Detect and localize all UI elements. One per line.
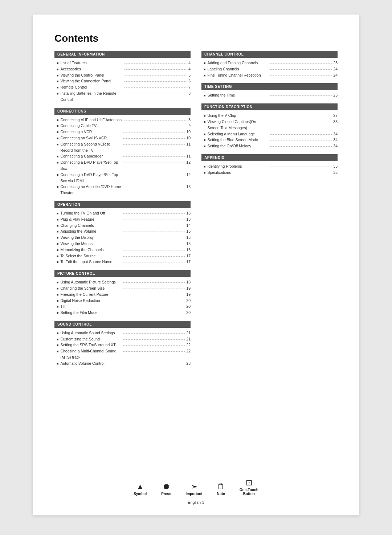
- item-text: Selecting a Menu Language: [207, 131, 269, 137]
- dot-leader: [123, 256, 185, 257]
- list-item: ■Specifications35: [204, 170, 338, 176]
- bullet-icon: ■: [57, 217, 58, 222]
- list-item: ■Connecting a VCR10: [57, 129, 191, 135]
- bullet-icon: ■: [57, 67, 58, 72]
- page-number: 21: [186, 330, 191, 336]
- dot-leader: [123, 144, 185, 145]
- dot-leader: [270, 146, 332, 147]
- page-number: 20: [186, 310, 191, 316]
- list-item: ■Viewing the Display15: [57, 234, 191, 241]
- list-item: ■Setting the Time25: [204, 92, 338, 98]
- item-text: Setting the Film Mode: [60, 310, 122, 316]
- page-number: 34: [333, 131, 338, 137]
- page-number: 19: [186, 285, 191, 291]
- list-item: ■Changing Channels14: [57, 222, 191, 229]
- list-item: ■Setting the Film Mode20: [57, 310, 191, 316]
- section-item-list: ■Identifying Problems35■Specifications35: [201, 163, 338, 176]
- page-number: 21: [186, 336, 191, 342]
- list-item: ■Adding and Erasing Channels23: [204, 60, 338, 66]
- list-item: ■Viewing Closed Captions(On-Screen Text …: [204, 119, 338, 131]
- bullet-icon: ■: [57, 292, 58, 297]
- page-number: 34: [333, 143, 338, 149]
- item-text: Customizing the Sound: [60, 336, 122, 342]
- section-header: SOUND CONTROL: [54, 321, 191, 328]
- page-number: 8: [188, 90, 191, 97]
- section-header: FUNCTION DESCRIPTION: [201, 103, 338, 110]
- bullet-icon: ■: [57, 304, 58, 309]
- section-header: CONNECTIONS: [54, 108, 191, 115]
- item-text: Connecting a DVD Player/Set-Top Box: [60, 159, 122, 172]
- page-number: 15: [186, 234, 191, 241]
- bullet-icon: ■: [57, 248, 58, 253]
- page-number: 9: [188, 123, 191, 129]
- item-text: Viewing the Menus: [60, 241, 122, 247]
- list-item: ■Changing the Screen Size19: [57, 285, 191, 291]
- list-item: ■Connecting VHF and UHF Antennas8: [57, 117, 191, 123]
- dot-leader: [123, 187, 185, 187]
- item-text: Setting the On/Off Melody: [207, 143, 269, 149]
- dot-leader: [123, 262, 185, 262]
- dot-leader: [124, 120, 187, 121]
- bullet-icon: ■: [57, 61, 58, 66]
- bullet-icon: ■: [57, 254, 58, 259]
- footer-icon-press: ⏺Press: [161, 483, 171, 496]
- footer-icon-note: 🗒Note: [217, 483, 225, 496]
- page-number: 24: [333, 66, 338, 72]
- page-number: 19: [186, 291, 191, 298]
- item-text: Setting the Time: [207, 92, 269, 98]
- dot-leader: [123, 250, 185, 250]
- item-text: Connecting a Second VCR to Record from t…: [60, 141, 122, 154]
- bullet-icon: ■: [204, 170, 205, 175]
- footer-icon-important: ➣Important: [186, 483, 203, 496]
- bullet-icon: ■: [57, 337, 58, 342]
- bullet-icon: ■: [204, 144, 205, 149]
- page-title: Contents: [54, 33, 338, 44]
- list-item: ■To Edit the Input Source Name17: [57, 259, 191, 265]
- note-icon: 🗒: [217, 483, 225, 491]
- list-item: ■Viewing the Menus15: [57, 241, 191, 247]
- page-number: 24: [333, 72, 338, 78]
- page-number: 23: [186, 360, 191, 367]
- dot-leader: [270, 116, 332, 116]
- toc-section: FUNCTION DESCRIPTION■Using the V-Chip27■…: [201, 103, 338, 149]
- item-text: Tilt: [60, 303, 122, 310]
- one-touch-button-icon: ⊡: [246, 479, 252, 487]
- list-item: ■Identifying Problems35: [204, 163, 338, 170]
- list-item: ■Connecting a DVD Player/Set-Top Box12: [57, 159, 191, 172]
- dot-leader: [123, 333, 185, 334]
- item-text: Changing the Screen Size: [60, 285, 122, 291]
- dot-leader: [124, 75, 187, 76]
- page-number: 18: [186, 279, 191, 285]
- item-text: To Edit the Input Source Name: [60, 259, 122, 265]
- page-number: 13: [186, 216, 191, 222]
- section-header: PICTURE CONTROL: [54, 270, 191, 277]
- item-text: Setting the Blue Screen Mode: [207, 137, 269, 143]
- item-text: Connecting a DVD Player/Set-Top Box via …: [60, 172, 122, 184]
- bullet-icon: ■: [204, 93, 205, 98]
- dot-leader: [123, 175, 185, 175]
- section-header: GENERAL INFORMATION: [54, 51, 191, 58]
- dot-leader: [124, 69, 187, 70]
- list-item: ■Connecting a Camcorder11: [57, 153, 191, 159]
- page-number: 23: [333, 60, 338, 66]
- bullet-icon: ■: [57, 85, 58, 90]
- list-item: ■Adjusting the Volume15: [57, 228, 191, 234]
- list-item: ■Connecting Cable TV9: [57, 123, 191, 129]
- bullet-icon: ■: [204, 119, 205, 124]
- dot-leader: [124, 63, 187, 64]
- dot-leader: [123, 138, 185, 139]
- item-text: Plug & Play Feature: [60, 216, 122, 222]
- list-item: ■Tilt20: [57, 303, 191, 310]
- list-item: ■Labeling Channels24: [204, 66, 338, 72]
- left-column: GENERAL INFORMATION■List of Features4■Ac…: [54, 51, 191, 372]
- item-text: Connecting a VCR: [60, 129, 122, 135]
- dot-leader: [270, 95, 332, 96]
- page-number: 22: [186, 342, 191, 348]
- item-text: Viewing the Display: [60, 234, 122, 241]
- section-header: APPENDIX: [201, 154, 338, 161]
- bullet-icon: ■: [57, 280, 58, 285]
- right-column: CHANNEL CONTROL■Adding and Erasing Chann…: [201, 51, 338, 372]
- bullet-icon: ■: [57, 223, 58, 228]
- page-number: 13: [186, 210, 191, 216]
- bullet-icon: ■: [204, 113, 205, 118]
